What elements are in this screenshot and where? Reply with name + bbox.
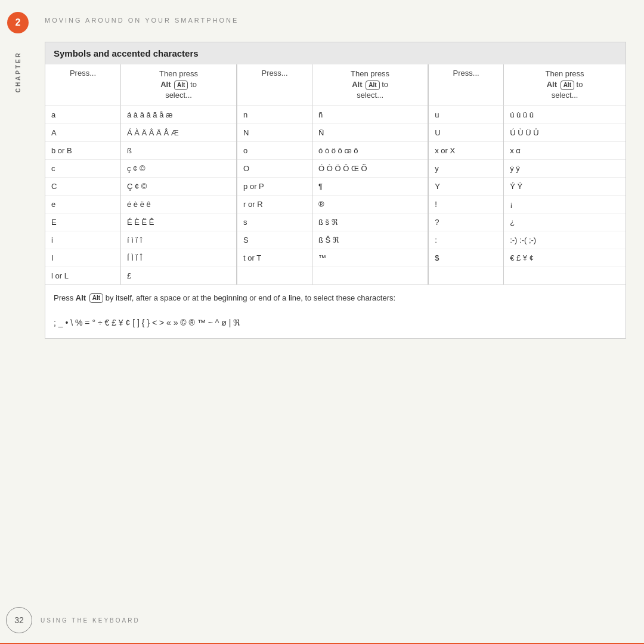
cell-press1: e [45, 195, 120, 213]
cell-press1: i [45, 231, 120, 249]
header-press1: Press... [45, 64, 120, 106]
alt-badge-footer: Alt [89, 293, 103, 303]
cell-press1: E [45, 213, 120, 231]
cell-then3: Ý Ÿ [504, 177, 626, 195]
table-row: i í ì ï î S ß Š ℜ : :-) :-( ;-) [45, 231, 626, 249]
cell-press1: a [45, 106, 120, 123]
table-row: E É È Ë Ê s ß š ℜ ? ¿ [45, 213, 626, 231]
cell-press3 [428, 267, 503, 284]
chapter-sidebar: 2 CHAPTER [0, 0, 36, 644]
alt-badge-2: Alt [366, 80, 379, 90]
cell-then1: é è ë ê [120, 195, 237, 213]
table-row: I Í Ì Ï Î t or T ™ $ € £ ¥ ¢ [45, 249, 626, 267]
cell-press3: x or X [428, 141, 503, 159]
cell-press2 [237, 267, 312, 284]
symbols-table: Press... Then press Alt Alt to select...… [45, 64, 626, 284]
cell-then1: á à ä â ã å æ [120, 106, 237, 123]
cell-then2 [312, 267, 429, 284]
page-header: MOVING AROUND ON YOUR SMARTPHONE [45, 17, 632, 24]
cell-then2: Ñ [312, 123, 429, 141]
symbols-table-container: Symbols and accented characters Press...… [45, 42, 626, 339]
table-row: c ç ¢ © O Ó Ò Ö Ô Œ Õ y ý ÿ [45, 159, 626, 177]
cell-then1: í ì ï î [120, 231, 237, 249]
cell-press1: I [45, 249, 120, 267]
page-footer: 32 USING THE KEYBOARD [0, 607, 644, 633]
cell-then1: Á À Ä Â Ã Å Æ [120, 123, 237, 141]
cell-then3 [504, 267, 626, 284]
cell-press2: n [237, 106, 312, 123]
table-title: Symbols and accented characters [45, 42, 626, 64]
header-press2: Press... [237, 64, 312, 106]
table-row: l or L £ [45, 267, 626, 284]
footer-label: USING THE KEYBOARD [41, 617, 140, 624]
cell-press3: ? [428, 213, 503, 231]
cell-then1: É È Ë Ê [120, 213, 237, 231]
cell-press2: p or P [237, 177, 312, 195]
table-row: b or B ß o ó ò ö ô œ õ x or X x α [45, 141, 626, 159]
cell-then1: Í Ì Ï Î [120, 249, 237, 267]
cell-press1: l or L [45, 267, 120, 284]
cell-then2: ñ [312, 106, 429, 123]
cell-press3: u [428, 106, 503, 123]
cell-press2: r or R [237, 195, 312, 213]
cell-then2: ß š ℜ [312, 213, 429, 231]
cell-press2: s [237, 213, 312, 231]
cell-press3: Y [428, 177, 503, 195]
cell-press3: : [428, 231, 503, 249]
cell-then3: x α [504, 141, 626, 159]
cell-press3: ! [428, 195, 503, 213]
footer-note: Press Alt Alt by itself, after a space o… [45, 284, 626, 312]
cell-press1: b or B [45, 141, 120, 159]
cell-press2: o [237, 141, 312, 159]
cell-then3: Ú Ù Ü Û [504, 123, 626, 141]
cell-press3: $ [428, 249, 503, 267]
cell-then2: ™ [312, 249, 429, 267]
alt-badge-3: Alt [561, 80, 574, 90]
cell-then3: € £ ¥ ¢ [504, 249, 626, 267]
cell-then1: ç ¢ © [120, 159, 237, 177]
cell-press3: y [428, 159, 503, 177]
cell-press2: S [237, 231, 312, 249]
header-then1: Then press Alt Alt to select... [120, 64, 237, 106]
table-row: A Á À Ä Â Ã Å Æ N Ñ U Ú Ù Ü Û [45, 123, 626, 141]
cell-then1: ß [120, 141, 237, 159]
table-header-row: Press... Then press Alt Alt to select...… [45, 64, 626, 106]
cell-then3: :-) :-( ;-) [504, 231, 626, 249]
cell-press1: C [45, 177, 120, 195]
cell-then2: ¶ [312, 177, 429, 195]
cell-press2: N [237, 123, 312, 141]
chapter-number: 2 [7, 12, 29, 33]
cell-then3: ¡ [504, 195, 626, 213]
table-row: C Ç ¢ © p or P ¶ Y Ý Ÿ [45, 177, 626, 195]
cell-press1: A [45, 123, 120, 141]
header-then2: Then press Alt Alt to select... [312, 64, 429, 106]
cell-then1: £ [120, 267, 237, 284]
cell-then1: Ç ¢ © [120, 177, 237, 195]
cell-press2: t or T [237, 249, 312, 267]
cell-then2: ß Š ℜ [312, 231, 429, 249]
page-number: 32 [6, 607, 32, 633]
cell-press2: O [237, 159, 312, 177]
cell-then3: ¿ [504, 213, 626, 231]
chapter-label: CHAPTER [15, 51, 21, 92]
cell-then2: ® [312, 195, 429, 213]
cell-press1: c [45, 159, 120, 177]
cell-then2: ó ò ö ô œ õ [312, 141, 429, 159]
cell-then2: Ó Ò Ö Ô Œ Õ [312, 159, 429, 177]
alt-badge-1: Alt [174, 80, 188, 90]
table-body: a á à ä â ã å æ n ñ u ú ù ü û A Á À Ä Â … [45, 106, 626, 284]
cell-then3: ý ÿ [504, 159, 626, 177]
cell-press3: U [428, 123, 503, 141]
table-row: e é è ë ê r or R ® ! ¡ [45, 195, 626, 213]
table-row: a á à ä â ã å æ n ñ u ú ù ü û [45, 106, 626, 123]
header-press3: Press... [428, 64, 503, 106]
cell-then3: ú ù ü û [504, 106, 626, 123]
footer-chars: ; _ • \ % = ° ÷ € £ ¥ ¢ [ ] { } < > « » … [45, 311, 626, 338]
header-then3: Then press Alt Alt to select... [504, 64, 626, 106]
main-content: Symbols and accented characters Press...… [45, 42, 626, 608]
